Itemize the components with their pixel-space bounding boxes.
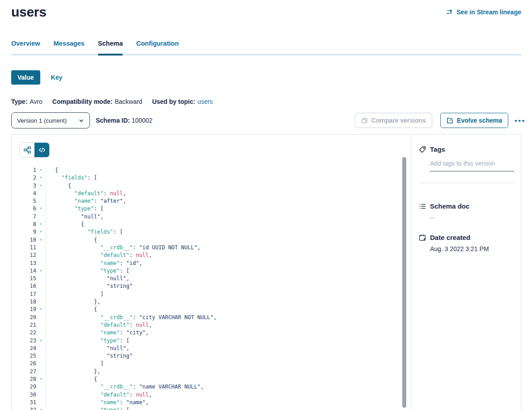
line-number: 7 [19,213,36,221]
view-mode-toggle [19,142,50,158]
schema-doc-section: Schema doc -- [419,202,521,221]
collapse-icon[interactable]: ▼ [36,337,46,345]
collapse-icon[interactable]: ▼ [36,221,46,228]
compatibility-value: Backward [115,98,142,105]
code-line: 19▼ { [19,306,411,313]
tab-configuration[interactable]: Configuration [136,40,179,54]
code-line: 17 ] [19,290,411,298]
schema-id-label: Schema ID: [96,117,130,124]
line-number: 28 [19,376,36,383]
tab-bar: Overview Messages Schema Configuration [11,40,521,56]
collapse-spacer [36,260,46,267]
code-line: 26 ] [19,360,411,367]
add-tags-input[interactable] [430,160,514,171]
collapse-spacer [36,321,46,329]
schema-doc-value: -- [430,214,521,221]
collapse-icon[interactable]: ▼ [36,306,46,313]
compatibility-label: Compatibility mode: [52,98,113,105]
code-text: "string" [46,352,411,360]
evolve-schema-label: Evolve schema [457,117,502,124]
collapse-spacer [36,282,46,290]
collapse-icon[interactable]: ▼ [36,406,46,410]
line-number: 18 [19,298,36,306]
collapse-spacer [36,275,46,282]
tab-messages[interactable]: Messages [54,40,85,54]
stream-lineage-label: See in Stream lineage [456,9,521,16]
collapse-icon[interactable]: ▼ [36,267,46,275]
line-number: 12 [19,252,36,259]
collapse-spacer [36,399,46,406]
page-header: users See in Stream lineage [11,0,521,20]
collapse-spacer [36,190,46,197]
line-number: 1 [19,167,36,174]
collapse-icon[interactable]: ▼ [36,174,46,182]
code-line: 20 "__crdb__": "city VARCHAR NOT NULL", [19,314,411,321]
code-line: 3▼ { [19,182,411,190]
line-number: 10 [19,236,36,244]
vertical-scrollbar[interactable] [402,157,406,408]
collapse-icon[interactable]: ▼ [36,376,46,383]
code-line: 13 "name": "id", [19,260,411,267]
code-line: 27 }, [19,368,411,376]
schema-id-value: 100002 [132,117,153,124]
line-number: 26 [19,360,36,367]
code-text: "name": "name", [46,399,411,406]
line-number: 25 [19,352,36,360]
code-view-button[interactable] [34,143,49,157]
schema-panel: 1▼{2▼ "fields": [3▼ {4 "default": null,5… [11,134,521,410]
code-text: "null", [46,213,411,221]
code-text: "type": [ [46,205,411,213]
line-number: 16 [19,282,36,290]
collapse-icon[interactable]: ▼ [36,205,46,213]
code-line: 29 "__crdb__": "name VARCHAR NULL", [19,383,411,391]
code-line: 22 "name": "city", [19,329,411,337]
line-number: 20 [19,314,36,321]
compare-versions-button[interactable]: Compare versions [355,113,432,128]
collapse-icon[interactable]: ▼ [36,236,46,244]
code-line: 8▼ { [19,221,411,228]
list-icon [419,203,426,210]
version-select[interactable]: Version 1 (current) [11,112,90,128]
more-actions-button[interactable]: ••• [515,117,526,124]
collapse-spacer [36,345,46,352]
collapse-spacer [36,329,46,337]
value-toggle-button[interactable]: Value [11,70,40,85]
collapse-icon[interactable]: ▼ [36,228,46,236]
code-line: 24 "null", [19,345,411,352]
collapse-spacer [36,213,46,221]
tab-schema[interactable]: Schema [98,40,123,54]
line-number: 22 [19,329,36,337]
collapse-spacer [36,252,46,259]
code-line: 12 "default": null, [19,252,411,259]
code-text: "default": null, [46,391,411,399]
line-number: 8 [19,221,36,228]
evolve-schema-icon [447,117,453,124]
code-text: { [46,376,411,383]
line-number: 27 [19,368,36,376]
stream-lineage-icon [446,9,453,15]
code-text: "default": null, [46,190,411,197]
date-created-header: Date created [419,234,521,241]
code-text: "null", [46,345,411,352]
schema-controls: Version 1 (current) Schema ID: 100002 Co… [11,112,521,128]
key-toggle-button[interactable]: Key [45,70,69,85]
type-label: Type: [11,98,27,105]
collapse-icon[interactable]: ▼ [36,167,46,174]
schema-meta: Type:Avro Compatibility mode:Backward Us… [11,98,521,105]
stream-lineage-link[interactable]: See in Stream lineage [446,9,521,16]
evolve-schema-button[interactable]: Evolve schema [440,113,508,128]
chevron-down-icon [78,118,84,124]
code-line: 15 "null", [19,275,411,282]
code-text: "__crdb__": "city VARCHAR NOT NULL", [46,314,411,321]
collapse-icon[interactable]: ▼ [36,182,46,190]
code-text: "name": "after", [46,197,411,205]
version-select-value: Version 1 (current) [17,117,67,124]
tag-icon [419,146,426,153]
tree-view-button[interactable] [20,143,34,157]
topic-link[interactable]: users [197,98,213,105]
code-line: 14▼ "type": [ [19,267,411,275]
code-text: "name": "id", [46,260,411,267]
line-number: 29 [19,383,36,391]
collapse-spacer [36,391,46,399]
tab-overview[interactable]: Overview [11,40,40,54]
